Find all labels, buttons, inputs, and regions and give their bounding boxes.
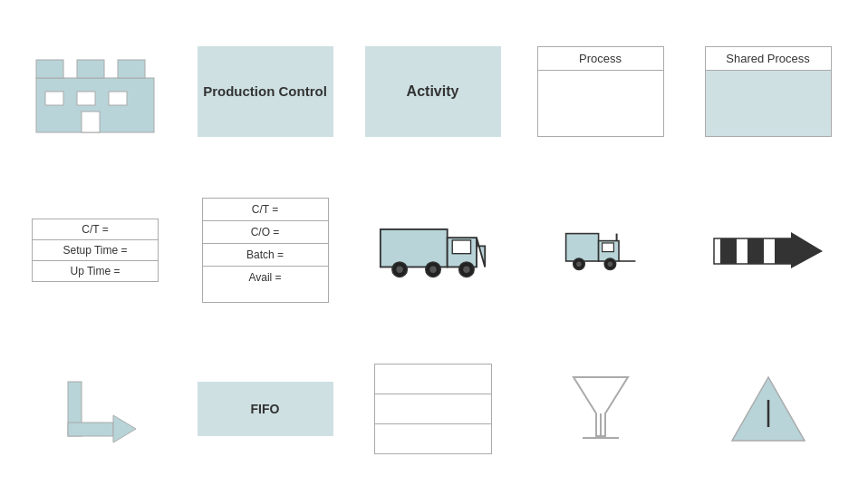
svg-rect-33 <box>68 423 113 436</box>
small-truck-cell <box>516 166 684 334</box>
triangle-cell <box>684 334 852 483</box>
small-data-row2: Setup Time = <box>33 240 158 261</box>
svg-point-17 <box>463 266 469 272</box>
svg-rect-18 <box>565 233 598 260</box>
fifo-cell: FIFO <box>181 334 349 483</box>
svg-marker-31 <box>791 232 823 268</box>
large-data-row1: C/T = <box>203 199 328 221</box>
svg-marker-34 <box>113 415 136 442</box>
triangle-icon <box>723 364 814 454</box>
small-data-row3: Up Time = <box>33 261 158 281</box>
factory-cell <box>9 16 181 166</box>
push-arrow-icon <box>709 228 827 273</box>
svg-point-13 <box>396 266 402 272</box>
svg-rect-4 <box>45 92 63 105</box>
activity-label: Activity <box>407 83 459 100</box>
activity-cell: Activity <box>349 16 516 166</box>
withdraw-icon <box>50 364 140 454</box>
svg-rect-7 <box>82 112 100 132</box>
svg-rect-3 <box>118 60 145 78</box>
process-inner <box>538 70 663 136</box>
large-data-row3: Batch = <box>203 244 328 267</box>
large-data-cell: C/T = C/O = Batch = Avail = <box>181 166 349 334</box>
production-control-box: Production Control <box>198 46 333 137</box>
svg-point-25 <box>607 261 612 267</box>
svg-rect-28 <box>720 238 737 264</box>
shared-process-inner <box>706 70 831 136</box>
signal-cell <box>516 334 684 483</box>
process-label: Process <box>579 52 622 65</box>
svg-rect-6 <box>109 92 127 105</box>
svg-marker-11 <box>477 238 485 267</box>
inventory-row2 <box>375 394 491 424</box>
large-data-row4: Avail = <box>203 267 328 302</box>
shared-process-box: Shared Process <box>705 46 832 137</box>
svg-rect-5 <box>77 92 95 105</box>
svg-rect-10 <box>452 239 470 253</box>
small-truck-icon <box>564 223 637 277</box>
large-truck-icon <box>379 214 487 287</box>
process-box: Process <box>537 46 664 137</box>
svg-rect-1 <box>36 60 63 78</box>
fifo-label: FIFO <box>251 402 280 416</box>
factory-icon <box>27 46 163 137</box>
svg-rect-20 <box>602 243 613 252</box>
small-data-cell: C/T = Setup Time = Up Time = <box>9 166 181 334</box>
inventory-row1 <box>375 364 491 394</box>
inventory-row3 <box>375 424 491 453</box>
small-data-row1: C/T = <box>33 219 158 240</box>
withdraw-cell <box>9 334 181 483</box>
inventory-box <box>374 364 492 454</box>
shared-process-label: Shared Process <box>726 52 810 65</box>
svg-point-23 <box>576 261 582 267</box>
svg-point-15 <box>429 266 436 272</box>
fifo-box: FIFO <box>198 382 333 436</box>
production-control-label: Production Control <box>203 83 327 99</box>
production-control-cell: Production Control <box>181 16 349 166</box>
svg-rect-8 <box>380 228 447 267</box>
process-cell: Process <box>516 16 684 166</box>
large-data-box: C/T = C/O = Batch = Avail = <box>202 198 329 303</box>
activity-box: Activity <box>365 46 501 137</box>
svg-rect-2 <box>77 60 104 78</box>
shared-process-cell: Shared Process <box>684 16 852 166</box>
svg-rect-30 <box>775 238 791 264</box>
signal-icon <box>555 364 646 454</box>
inventory-cell <box>349 334 516 483</box>
small-data-box: C/T = Setup Time = Up Time = <box>32 219 159 282</box>
large-data-row2: C/O = <box>203 221 328 244</box>
push-arrow-cell <box>684 166 852 334</box>
large-truck-cell <box>349 166 516 334</box>
svg-rect-29 <box>747 238 764 264</box>
